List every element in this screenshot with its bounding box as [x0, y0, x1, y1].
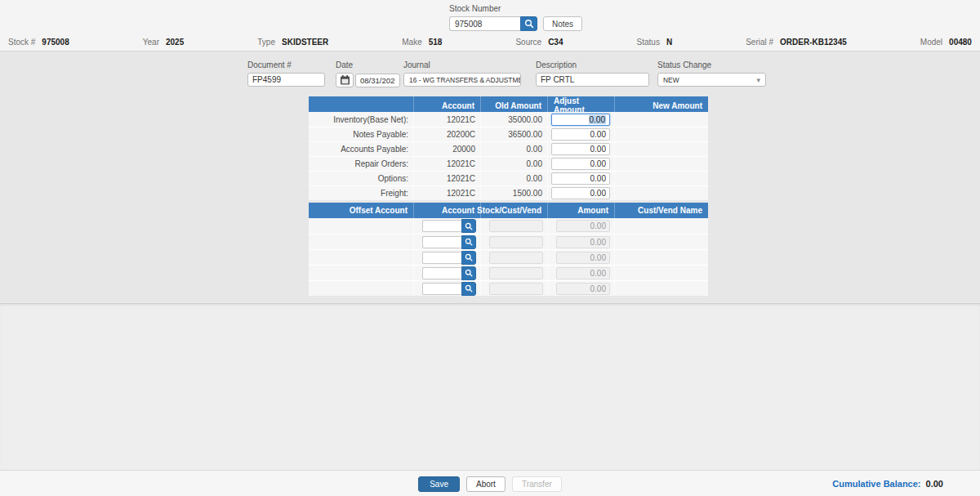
adjust-amount-input[interactable] [551, 187, 610, 199]
offset-account-search-button[interactable] [461, 219, 476, 233]
stock-info-type: Type SKIDSTEER [257, 38, 328, 47]
new-amount-cell [614, 127, 708, 141]
date-field: Date [336, 60, 400, 87]
old-amount-value: 0.00 [480, 172, 547, 185]
header-cust-vend-name: Cust/Vend Name [614, 203, 708, 218]
stock-info-status: Status N [637, 38, 673, 47]
stock-info-value: 00480 [949, 38, 972, 47]
stock-number-input[interactable] [449, 16, 520, 31]
offset-account-input[interactable] [422, 267, 461, 279]
search-icon [465, 222, 473, 230]
cumulative-balance-value: 0.00 [926, 479, 943, 489]
offset-account-cell [309, 235, 413, 249]
table-row [309, 218, 708, 234]
account-value: 12021C [413, 157, 480, 171]
adjust-amount-input[interactable] [551, 128, 610, 141]
search-icon [465, 269, 473, 277]
status-change-select[interactable]: NEW ▾ [657, 73, 766, 87]
offset-amount-input [556, 267, 610, 279]
description-label: Description [536, 60, 649, 69]
new-amount-cell [614, 172, 708, 185]
account-value: 20200C [413, 127, 480, 141]
adjust-amount-input[interactable] [551, 172, 610, 185]
old-amount-value: 0.00 [480, 157, 547, 171]
stock-info-value: C34 [548, 38, 563, 47]
journal-field: Journal 16 - WG TRANSFERS & ADJUSTMENTS … [403, 60, 521, 87]
adjust-amount-input[interactable]: 0.00 [551, 114, 610, 126]
chevron-down-icon: ▾ [756, 76, 760, 84]
stock-number-search: Stock Number Notes [449, 4, 582, 31]
offset-account-cell [309, 250, 413, 265]
stock-info-label: Make [402, 38, 421, 47]
abort-button[interactable]: Abort [466, 476, 506, 492]
new-amount-cell [614, 112, 708, 127]
stock-cust-vend-input [489, 267, 543, 279]
top-bar: Stock Number Notes Stock # 975008 Year 2… [0, 0, 980, 51]
journal-selected-value: 16 - WG TRANSFERS & ADJUSTMENTS [409, 76, 521, 84]
table-row: Freight: 12021C 1500.00 [309, 185, 708, 200]
notes-button[interactable]: Notes [543, 16, 582, 31]
header-amount: Amount [547, 203, 614, 218]
stock-cust-vend-input [489, 220, 543, 232]
tables-region: Account Old Amount Adjust Amount New Amo… [309, 96, 708, 296]
stock-number-search-button[interactable] [520, 16, 537, 31]
old-amount-value: 36500.00 [480, 127, 547, 141]
table-row [309, 280, 708, 296]
stock-info-value: 975008 [42, 38, 69, 47]
offset-account-input[interactable] [422, 236, 461, 248]
offset-account-cell [309, 266, 413, 280]
row-label: Inventory(Base Net): [309, 112, 413, 127]
offset-account-search-button[interactable] [461, 235, 476, 249]
document-input[interactable] [247, 73, 325, 87]
table-row [309, 249, 708, 265]
new-amount-cell [614, 157, 708, 171]
stock-info-value: N [666, 38, 672, 47]
offset-account-search-button[interactable] [461, 282, 476, 296]
adjust-amount-input[interactable] [551, 158, 610, 170]
offset-account-input[interactable] [422, 252, 461, 264]
cust-vend-name-cell [614, 218, 708, 234]
journal-select[interactable]: 16 - WG TRANSFERS & ADJUSTMENTS ▾ [403, 73, 521, 87]
offset-account-cell [309, 218, 413, 234]
header-account: Account [413, 203, 480, 218]
offset-table-header: Offset Account Account Stock/Cust/Vend A… [309, 203, 708, 218]
offset-amount-input [556, 220, 610, 232]
search-icon [465, 238, 473, 246]
date-picker-button[interactable] [336, 73, 354, 87]
stock-info-stock: Stock # 975008 [8, 38, 69, 47]
save-button[interactable]: Save [418, 476, 460, 492]
stock-info-label: Status [637, 38, 660, 47]
offset-account-input[interactable] [422, 220, 461, 232]
description-field: Description [536, 60, 649, 87]
table-row: Inventory(Base Net): 12021C 35000.00 0.0… [309, 112, 708, 127]
header-offset-account: Offset Account [309, 203, 413, 218]
date-label: Date [336, 60, 400, 69]
status-change-field: Status Change NEW ▾ [657, 60, 766, 87]
description-input[interactable] [536, 73, 649, 87]
stock-info-year: Year 2025 [143, 38, 184, 47]
stock-info-value: SKIDSTEER [282, 38, 328, 47]
table-row: Accounts Payable: 20000 0.00 [309, 141, 708, 156]
transfer-button[interactable]: Transfer [512, 476, 562, 492]
offset-table: Offset Account Account Stock/Cust/Vend A… [309, 203, 708, 296]
stock-info-value: ORDER-KB12345 [780, 38, 847, 47]
adjust-amount-input[interactable] [551, 143, 610, 155]
date-input[interactable] [355, 74, 400, 87]
old-amount-value: 0.00 [480, 142, 547, 156]
stock-info-source: Source C34 [515, 38, 563, 47]
table-row: Notes Payable: 20200C 36500.00 [309, 127, 708, 141]
offset-account-search-button[interactable] [461, 251, 476, 265]
cumulative-balance-label: Cumulative Balance: [832, 479, 920, 489]
status-change-selected-value: NEW [663, 76, 679, 84]
row-label: Accounts Payable: [309, 142, 413, 156]
stock-info-label: Model [920, 38, 942, 47]
search-icon [465, 284, 473, 293]
account-value: 12021C [413, 112, 480, 127]
footer-bar: Save Abort Transfer Cumulative Balance: … [0, 470, 980, 496]
search-icon [524, 19, 534, 29]
table-row [309, 234, 708, 249]
stock-info-label: Stock # [8, 38, 35, 47]
offset-account-input[interactable] [422, 283, 461, 295]
offset-account-search-button[interactable] [461, 266, 476, 280]
new-amount-cell [614, 142, 708, 156]
